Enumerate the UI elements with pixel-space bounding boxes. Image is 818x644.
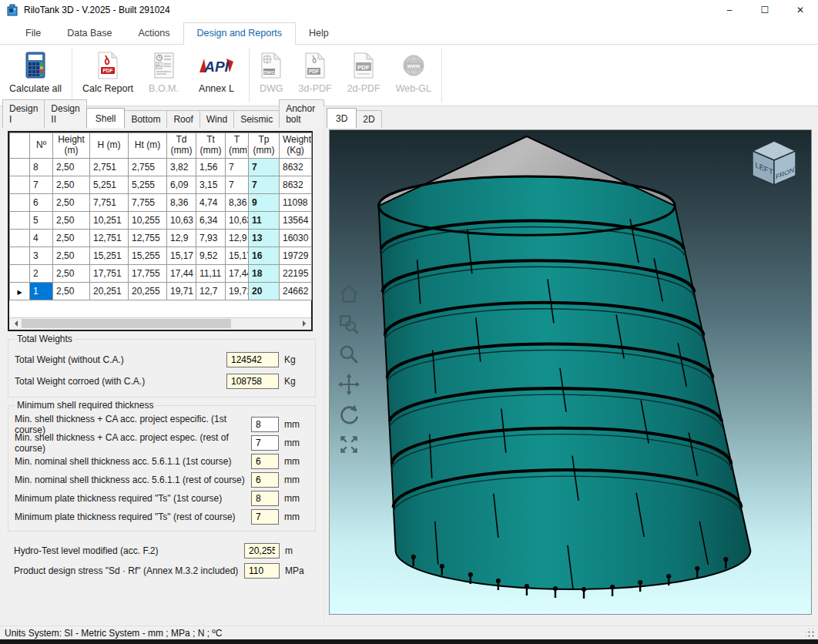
- calc-report-button[interactable]: PDF Calc Report: [75, 47, 141, 104]
- cell-tp[interactable]: 9: [249, 193, 280, 211]
- cell-course-number[interactable]: 8: [30, 158, 53, 176]
- cell-tt[interactable]: 11,11: [196, 264, 226, 282]
- scroll-left-arrow[interactable]: [9, 318, 22, 330]
- row-indicator[interactable]: [10, 229, 30, 247]
- cell-tt[interactable]: 1,56: [196, 158, 226, 176]
- thickness-value-input[interactable]: [251, 417, 279, 432]
- row-indicator[interactable]: [10, 282, 30, 300]
- scroll-right-arrow[interactable]: [299, 318, 311, 330]
- column-header[interactable]: Tt (mm): [196, 133, 226, 159]
- annex-l-button[interactable]: API Annex L: [186, 47, 246, 104]
- minimize-button[interactable]: –: [712, 0, 747, 20]
- parameter-value-input[interactable]: [244, 563, 280, 579]
- cell-t[interactable]: 10,63: [226, 211, 249, 229]
- design-tab[interactable]: Design I: [2, 99, 45, 128]
- column-header[interactable]: Nº: [30, 133, 53, 159]
- cell-tp[interactable]: 13: [249, 229, 280, 247]
- cell-t[interactable]: 15,17: [226, 247, 249, 264]
- cell-t[interactable]: 19,71: [226, 282, 249, 300]
- cell-weight[interactable]: 24662: [280, 282, 312, 300]
- weight-value-input[interactable]: [226, 352, 279, 367]
- cell-height[interactable]: 2,50: [53, 282, 90, 300]
- home-icon[interactable]: [337, 283, 360, 306]
- cell-height[interactable]: 2,50: [53, 264, 90, 282]
- row-indicator[interactable]: [10, 158, 30, 176]
- parameter-value-input[interactable]: [244, 543, 280, 558]
- cell-height[interactable]: 2,50: [53, 211, 90, 229]
- row-indicator[interactable]: [10, 247, 30, 264]
- thickness-value-input[interactable]: [251, 509, 279, 525]
- cell-tp[interactable]: 7: [249, 176, 280, 193]
- pan-icon[interactable]: [337, 373, 360, 396]
- cell-h[interactable]: 12,751: [90, 229, 129, 247]
- cell-course-number[interactable]: 1: [30, 282, 53, 300]
- cell-td[interactable]: 19,71: [167, 282, 196, 300]
- column-header[interactable]: Td (mm): [167, 133, 196, 159]
- column-header[interactable]: T (mm): [226, 133, 249, 159]
- scrollbar-thumb[interactable]: [22, 319, 231, 328]
- cell-tt[interactable]: 4,74: [196, 193, 226, 211]
- cell-tt[interactable]: 6,34: [196, 211, 226, 229]
- weight-value-input[interactable]: [226, 374, 279, 389]
- cell-td[interactable]: 10,63: [167, 211, 196, 229]
- column-header[interactable]: Tp (mm): [249, 133, 280, 159]
- cell-course-number[interactable]: 6: [30, 193, 53, 211]
- cell-td[interactable]: 8,36: [167, 193, 196, 211]
- cell-weight[interactable]: 8632: [280, 176, 312, 193]
- rotate-icon[interactable]: [337, 403, 360, 426]
- thickness-value-input[interactable]: [251, 491, 279, 506]
- cell-t[interactable]: 7: [226, 158, 249, 176]
- cell-course-number[interactable]: 4: [30, 229, 53, 247]
- cell-ht[interactable]: 10,255: [129, 211, 167, 229]
- cell-tt[interactable]: 7,93: [196, 229, 226, 247]
- design-tab[interactable]: Shell: [86, 108, 126, 128]
- cell-tp[interactable]: 20: [249, 282, 280, 300]
- thickness-value-input[interactable]: [251, 435, 279, 451]
- cell-t[interactable]: 8,36: [226, 193, 249, 211]
- design-tab[interactable]: Wind: [199, 110, 234, 128]
- cell-td[interactable]: 15,17: [167, 247, 196, 264]
- cell-weight[interactable]: 11098: [280, 193, 312, 211]
- cell-h[interactable]: 7,751: [90, 193, 129, 211]
- cell-t[interactable]: 12,9: [226, 229, 249, 247]
- row-indicator[interactable]: [10, 176, 30, 193]
- cell-ht[interactable]: 12,755: [129, 229, 167, 247]
- cell-tt[interactable]: 3,15: [196, 176, 226, 193]
- zoom-window-icon[interactable]: [337, 313, 360, 336]
- cell-td[interactable]: 12,9: [167, 229, 196, 247]
- design-tab[interactable]: Anchor bolt: [279, 99, 324, 128]
- cell-h[interactable]: 10,251: [90, 211, 129, 229]
- cell-ht[interactable]: 2,755: [129, 158, 167, 176]
- menu-item[interactable]: File: [12, 23, 54, 44]
- zoom-icon[interactable]: [337, 343, 360, 366]
- cell-ht[interactable]: 15,255: [129, 247, 167, 264]
- cell-weight[interactable]: 16030: [280, 229, 312, 247]
- design-tab[interactable]: Roof: [166, 110, 199, 128]
- cell-ht[interactable]: 20,255: [129, 282, 167, 300]
- cell-weight[interactable]: 19729: [280, 247, 312, 264]
- view-tab[interactable]: 3D: [327, 108, 357, 128]
- row-indicator[interactable]: [10, 264, 30, 282]
- cell-weight[interactable]: 13564: [280, 211, 312, 229]
- cell-ht[interactable]: 17,755: [129, 264, 167, 282]
- cell-h[interactable]: 15,251: [90, 247, 129, 264]
- cell-tp[interactable]: 7: [249, 158, 280, 176]
- cell-td[interactable]: 17,44: [167, 264, 196, 282]
- design-tab[interactable]: Seismic: [233, 110, 280, 128]
- cell-height[interactable]: 2,50: [53, 229, 90, 247]
- menu-item[interactable]: Actions: [126, 23, 183, 44]
- view-tab[interactable]: 2D: [356, 110, 381, 128]
- orientation-cube[interactable]: LEFT FRONT: [746, 136, 802, 194]
- design-tab[interactable]: Bottom: [124, 110, 167, 128]
- cell-height[interactable]: 2,50: [53, 193, 90, 211]
- cell-t[interactable]: 17,44: [226, 264, 249, 282]
- row-indicator[interactable]: [10, 193, 30, 211]
- maximize-button[interactable]: ☐: [747, 0, 783, 20]
- close-button[interactable]: ✕: [783, 0, 818, 20]
- resize-grip[interactable]: [806, 629, 815, 638]
- menu-item[interactable]: Design and Reports: [183, 22, 296, 45]
- cell-h[interactable]: 17,751: [90, 264, 129, 282]
- cell-course-number[interactable]: 5: [30, 211, 53, 229]
- calculate-all-button[interactable]: Calculate all: [2, 47, 69, 104]
- menu-item[interactable]: Help: [296, 23, 342, 44]
